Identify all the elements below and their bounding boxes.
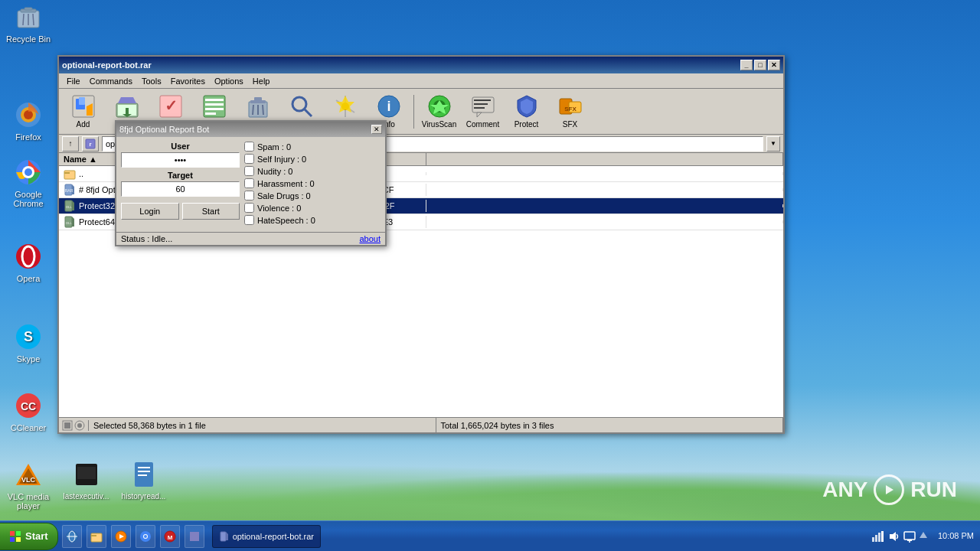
- svg-rect-107: [881, 531, 884, 542]
- bot-about-link[interactable]: about: [359, 234, 381, 243]
- svg-rect-104: [872, 537, 874, 542]
- svg-rect-26: [138, 474, 147, 476]
- rar-up-button[interactable]: ↑: [62, 136, 79, 152]
- saledrugs-checkbox[interactable]: [244, 191, 254, 201]
- tray-arrow-icon[interactable]: [920, 530, 927, 543]
- rar-tool-add[interactable]: Add: [62, 92, 104, 132]
- start-button[interactable]: Start: [0, 523, 58, 550]
- desktop-icon-google-chrome[interactable]: Google Chrome: [2, 157, 55, 208]
- rar-status-icons: [59, 420, 89, 431]
- bot-user-label: User: [121, 142, 240, 151]
- rar-status-selected: Selected 58,368 bytes in 1 file: [89, 418, 436, 432]
- comment-icon: [471, 94, 495, 119]
- info-icon: i: [377, 94, 401, 119]
- svg-rect-25: [138, 471, 150, 472]
- desktop-icon-vlc[interactable]: VLC VLC media player: [2, 459, 55, 510]
- desktop-icon-historyread[interactable]: historyread...: [119, 459, 168, 500]
- svg-marker-33: [118, 97, 136, 103]
- google-chrome-icon: [13, 157, 44, 187]
- file-extra-cell: [426, 220, 783, 223]
- nudity-checkbox[interactable]: [244, 166, 254, 176]
- rar-menu-file[interactable]: File: [62, 75, 85, 87]
- taskbar-media-icon[interactable]: [111, 525, 131, 548]
- taskbar-ie-icon[interactable]: [62, 525, 82, 548]
- desktop-icon-firefox[interactable]: Firefox: [2, 99, 55, 142]
- taskbar-chrome-icon[interactable]: [136, 525, 155, 548]
- svg-rect-24: [138, 467, 150, 468]
- svg-rect-85: [10, 531, 15, 536]
- svg-rect-44: [254, 97, 262, 101]
- bot-close-button[interactable]: ✕: [371, 125, 382, 134]
- skype-label: Skype: [17, 354, 41, 364]
- bot-checkbox-violence: Violence : 0: [244, 203, 381, 213]
- tray-display-icon[interactable]: [903, 530, 916, 543]
- rar-minimize-btn[interactable]: _: [740, 60, 753, 70]
- desktop-icon-recycle-bin[interactable]: Recycle Bin: [2, 2, 55, 44]
- svg-marker-78: [72, 217, 74, 227]
- virusscan-icon: [427, 94, 452, 119]
- svg-rect-86: [16, 531, 21, 536]
- desktop-icon-skype[interactable]: S Skype: [2, 321, 55, 364]
- bot-checkbox-selfinjury: Self Injury : 0: [244, 154, 381, 164]
- view-icon: [202, 94, 227, 119]
- start-label: Start: [25, 530, 48, 542]
- svg-text:SFX: SFX: [564, 106, 577, 112]
- anyrun-any: ANY: [822, 478, 867, 502]
- violence-checkbox[interactable]: [244, 203, 254, 213]
- tray-volume-icon[interactable]: [887, 530, 900, 543]
- rar-menu-help[interactable]: Help: [248, 75, 275, 87]
- harassment-checkbox[interactable]: [244, 178, 254, 188]
- svg-line-5: [33, 14, 34, 25]
- taskbar-rar-item[interactable]: optional-report-bot.rar: [212, 525, 321, 548]
- rar-tool-protect[interactable]: Protect: [505, 92, 547, 132]
- desktop-icon-ccleaner[interactable]: CC CCleaner: [2, 390, 55, 432]
- tray-network-icon[interactable]: [871, 530, 884, 543]
- spam-checkbox[interactable]: [244, 142, 254, 152]
- firefox-label: Firefox: [15, 132, 41, 142]
- bot-user-input[interactable]: [121, 152, 240, 168]
- rar-menubar: File Commands Tools Favorites Options He…: [59, 73, 783, 89]
- bot-login-button[interactable]: Login: [121, 203, 179, 220]
- svg-rect-60: [474, 99, 491, 101]
- col-extra[interactable]: [426, 153, 783, 165]
- clock-display: 10:08 PM: [938, 530, 974, 541]
- desktop-icon-opera[interactable]: Opera: [2, 241, 55, 283]
- vlc-icon: VLC: [13, 459, 44, 490]
- violence-label: Violence : 0: [257, 204, 301, 213]
- rar-maximize-btn[interactable]: □: [754, 60, 766, 70]
- rar-menu-commands[interactable]: Commands: [85, 75, 137, 87]
- svg-rect-39: [205, 103, 224, 106]
- rar-tool-comment[interactable]: Comment: [462, 92, 504, 132]
- desktop-icon-lastexecutive[interactable]: lastexecutiv...: [61, 459, 111, 500]
- opera-label: Opera: [17, 274, 41, 283]
- svg-line-49: [305, 109, 312, 116]
- bot-right-panel: Spam : 0 Self Injury : 0 Nudity : 0 Hara…: [244, 142, 381, 227]
- bot-checkbox-hatespeech: HateSpeech : 0: [244, 215, 381, 225]
- recycle-bin-label: Recycle Bin: [6, 34, 51, 44]
- file-extra-cell: [426, 204, 783, 207]
- toolbar-separator-1: [413, 95, 414, 129]
- bot-checkbox-nudity: Nudity : 0: [244, 166, 381, 176]
- ccleaner-icon: CC: [13, 390, 44, 421]
- taskbar-extra-icon[interactable]: [185, 525, 204, 548]
- taskbar-clock[interactable]: 10:08 PM: [932, 530, 980, 541]
- rar-taskbar-icon: [219, 531, 230, 542]
- taskbar-mcafee-icon[interactable]: M: [160, 525, 180, 548]
- rar-tool-sfx[interactable]: SFX SFX: [549, 92, 591, 132]
- bot-target-input[interactable]: [121, 181, 240, 197]
- rar-tool-virusscan[interactable]: VirusScan: [418, 92, 460, 132]
- bot-title: 8fjd Optional Report Bot: [119, 125, 209, 134]
- taskbar-folder-icon[interactable]: [87, 525, 106, 548]
- selfinjury-checkbox[interactable]: [244, 154, 254, 164]
- rar-menu-tools[interactable]: Tools: [137, 75, 166, 87]
- historyread-icon: [129, 459, 159, 490]
- svg-point-83: [77, 423, 82, 428]
- rar-menu-favorites[interactable]: Favorites: [166, 75, 210, 87]
- bot-start-button[interactable]: Start: [182, 203, 240, 220]
- svg-rect-41: [205, 112, 216, 115]
- svg-marker-63: [477, 112, 482, 117]
- rar-menu-options[interactable]: Options: [210, 75, 248, 87]
- rar-address-dropdown[interactable]: ▼: [766, 136, 780, 152]
- rar-close-btn[interactable]: ✕: [768, 60, 780, 70]
- hatespeech-checkbox[interactable]: [244, 215, 254, 225]
